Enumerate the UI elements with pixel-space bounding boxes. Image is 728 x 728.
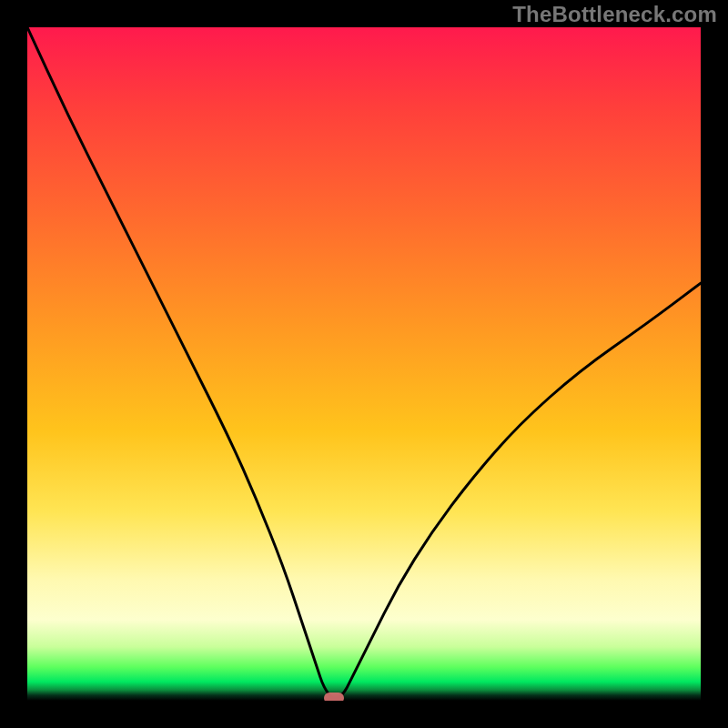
chart-frame: TheBottleneck.com — [0, 0, 728, 728]
optimal-point-marker — [324, 693, 344, 701]
plot-area — [27, 27, 701, 701]
bottleneck-curve — [27, 27, 701, 701]
watermark-text: TheBottleneck.com — [512, 2, 717, 27]
